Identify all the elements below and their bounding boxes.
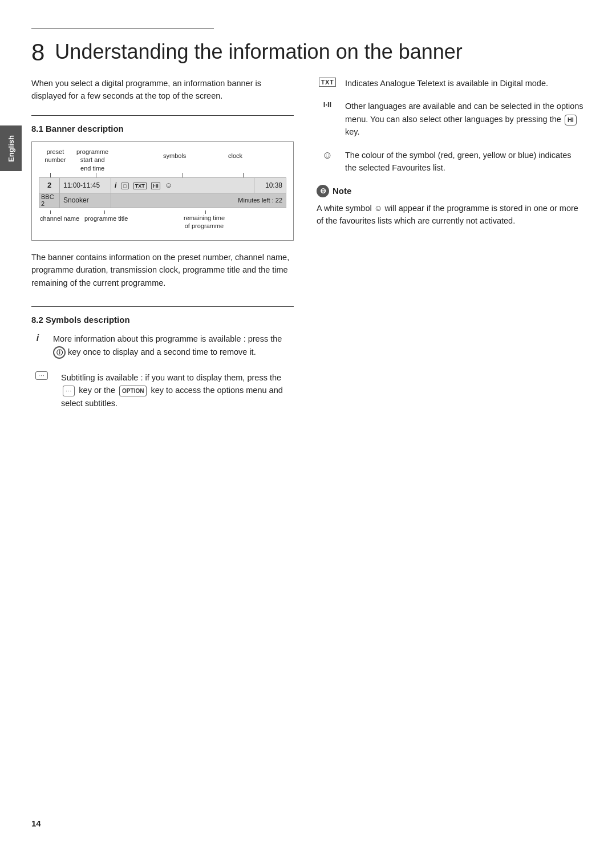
banner-smile-symbol: ☺ <box>165 181 172 189</box>
symbol-item-subtitle: ··· Subtitling is available : if you wan… <box>31 371 294 410</box>
annot-prog-title-label: programme title <box>84 215 128 222</box>
banner-row-1: 2 11:00-11:45 i □ TXT <box>39 177 286 193</box>
option-key-icon: OPTION <box>119 386 147 397</box>
top-rule <box>31 29 214 29</box>
main-content: 8 Understanding the information on the b… <box>31 0 585 851</box>
smiley-icon: ☺ <box>322 149 333 161</box>
info-key-icon: ⓘ <box>53 346 66 359</box>
section-title: Understanding the information on the ban… <box>55 39 462 64</box>
section-81-body: The banner contains information on the p… <box>31 251 294 289</box>
page: English 8 Understanding the information … <box>0 0 616 851</box>
note-icon: ⊖ <box>317 185 329 197</box>
section-title-row: 8 Understanding the information on the b… <box>31 39 585 64</box>
banner-row-2: BBC 2 Snooker Minutes left : 22 <box>39 193 286 208</box>
sidebar-label: English <box>7 135 15 162</box>
right-item-smiley: ☺ The colour of the symbol (red, green, … <box>317 149 585 175</box>
iii-icon-container: I·II <box>317 100 338 109</box>
iii-description: Other languages are available and can be… <box>345 100 585 138</box>
annot-progtime-label: programmestart andend time <box>76 148 108 172</box>
right-item-iii: I·II Other languages are available and c… <box>317 100 585 138</box>
page-number: 14 <box>31 818 41 828</box>
banner-programme-title: Snooker <box>60 193 111 208</box>
symbol-item-info: i More information about this programme … <box>31 333 294 359</box>
connector-channel-name <box>50 210 51 214</box>
connector-progtime <box>96 173 96 177</box>
subtitle-icon: ··· <box>35 371 47 380</box>
annot-remaining-label: remaining timeof programme <box>177 214 232 230</box>
annot-channel-name-label: channel name <box>40 215 79 222</box>
banner-time: 11:00-11:45 <box>60 178 111 193</box>
txt-description: Indicates Analogue Teletext is available… <box>345 77 585 90</box>
section-82-heading: 8.2 Symbols description <box>31 315 294 325</box>
section-82-rule <box>31 306 294 307</box>
banner-minutes-left: Minutes left : 22 <box>111 196 286 205</box>
iii-icon: I·II <box>323 100 331 109</box>
section-81-rule <box>31 115 294 116</box>
txt-icon-container: TXT <box>317 78 338 87</box>
annot-symbols-label: symbols <box>163 152 186 159</box>
two-col-layout: When you select a digital programme, an … <box>31 77 585 422</box>
banner-symbols: i □ TXT I·II ☺ <box>111 178 254 193</box>
symbol-letter-i: i <box>31 333 44 343</box>
intro-text: When you select a digital programme, an … <box>31 77 294 103</box>
note-section: ⊖ Note A white symbol ☺ will appear if t… <box>317 185 585 228</box>
connector-preset <box>50 173 51 177</box>
banner-hi-symbol: I·II <box>151 182 160 189</box>
section-number: 8 <box>31 40 44 64</box>
banner-annotations-top: presetnumber programmestart andend time … <box>39 148 286 177</box>
hi-key-icon: HI <box>565 115 577 125</box>
section-81-heading: 8.1 Banner description <box>31 124 294 133</box>
subtitle-key-icon: ··· <box>63 386 75 397</box>
banner-rect-symbol: □ <box>121 182 128 189</box>
banner-channel-number: BBC 2 <box>39 193 60 208</box>
annot-clock-label: clock <box>228 152 242 159</box>
banner-clock: 10:38 <box>254 178 286 193</box>
note-heading: Note <box>333 186 351 196</box>
connector-prog-title <box>104 210 105 214</box>
right-item-txt: TXT Indicates Analogue Teletext is avail… <box>317 77 585 90</box>
annot-preset-label: presetnumber <box>41 148 70 164</box>
connector-symbols <box>183 173 183 177</box>
left-column: When you select a digital programme, an … <box>31 77 294 422</box>
symbol-text-info: More information about this programme is… <box>53 333 294 359</box>
banner-i-symbol: i <box>115 181 116 189</box>
note-header: ⊖ Note <box>317 185 585 197</box>
banner-preset-number: 2 <box>39 178 60 193</box>
banner-annotations-bottom: channel name programme title remaining t… <box>39 210 286 232</box>
connector-clock <box>243 173 244 177</box>
subtitle-icon-box: ··· <box>31 371 52 380</box>
symbol-text-subtitle: Subtitling is available : if you want to… <box>61 371 294 410</box>
smiley-description: The colour of the symbol (red, green, ye… <box>345 149 585 175</box>
banner-txt-symbol: TXT <box>133 182 147 189</box>
banner-diagram: presetnumber programmestart andend time … <box>31 141 294 241</box>
right-column: TXT Indicates Analogue Teletext is avail… <box>317 77 585 422</box>
txt-icon: TXT <box>319 78 336 87</box>
smiley-icon-container: ☺ <box>317 149 338 161</box>
sidebar-english: English <box>0 125 22 171</box>
note-text: A white symbol ☺ will appear if the prog… <box>317 202 585 228</box>
